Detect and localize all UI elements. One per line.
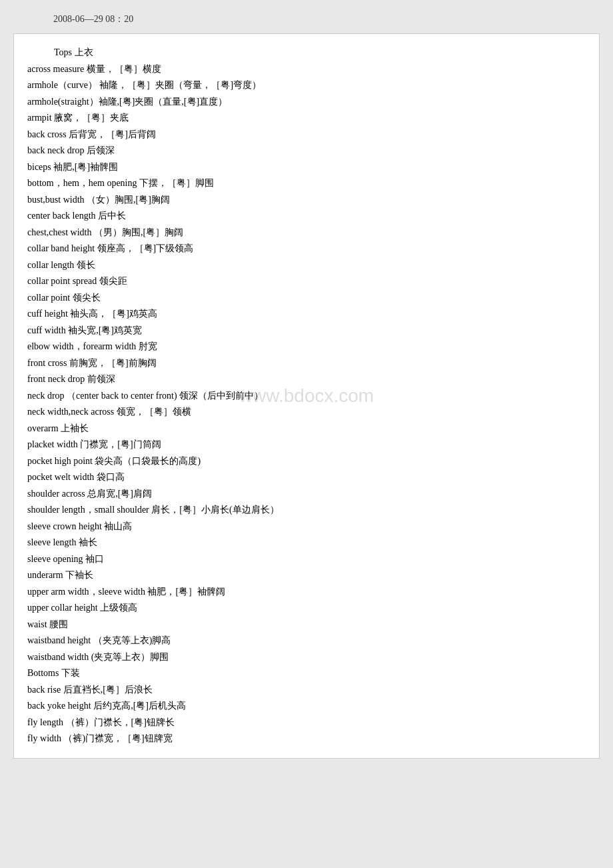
line-item: bust,bust width （女）胸围,[粤]胸阔 bbox=[27, 192, 586, 209]
line-item: waistband width (夹克等上衣）脚围 bbox=[27, 649, 586, 666]
line-item: underarm 下袖长 bbox=[27, 567, 586, 584]
line-item: collar length 领长 bbox=[27, 257, 586, 274]
line-item: pocket welt width 袋口高 bbox=[27, 469, 586, 486]
line-item: back yoke height 后约克高,[粤]后机头高 bbox=[27, 698, 586, 715]
line-item: collar band height 领座高，［粤]下级领高 bbox=[27, 241, 586, 257]
line-item: fly width （裤)门襟宽，［粤]钮牌宽 bbox=[27, 731, 586, 747]
line-item: bottom，hem，hem opening 下摆，［粤］脚围 bbox=[27, 175, 586, 192]
line-item: neck width,neck across 领宽，［粤］领横 bbox=[27, 404, 586, 421]
line-item: fly length （裤）门襟长，[粤]钮牌长 bbox=[27, 715, 586, 731]
line-item: overarm 上袖长 bbox=[27, 421, 586, 437]
line-item: sleeve length 袖长 bbox=[27, 535, 586, 551]
line-item: front neck drop 前领深 bbox=[27, 371, 586, 388]
line-item: back neck drop 后领深 bbox=[27, 143, 586, 159]
line-item: upper collar height 上级领高 bbox=[27, 600, 586, 617]
line-item: chest,chest width （男）胸围,[粤］胸阔 bbox=[27, 225, 586, 241]
line-item: shoulder length，small shoulder 肩长，[粤］小肩长… bbox=[27, 502, 586, 519]
line-item: front cross 前胸宽，［粤]前胸阔 bbox=[27, 355, 586, 372]
line-item: cuff height 袖头高，［粤]鸡英高 bbox=[27, 306, 586, 323]
line-item: center back length 后中长 bbox=[27, 208, 586, 225]
line-item: shoulder across 总肩宽,[粤]肩阔 bbox=[27, 486, 586, 503]
line-item: placket width 门襟宽，[粤]门筒阔 bbox=[27, 437, 586, 453]
line-item: Bottoms 下装 bbox=[27, 665, 586, 682]
line-item: armhole（curve） 袖隆，［粤］夹圈（弯量，［粤]弯度） bbox=[27, 77, 586, 94]
timestamp: 2008-06—29 08：20 bbox=[13, 13, 600, 25]
line-item: back rise 后直裆长,[粤］后浪长 bbox=[27, 682, 586, 699]
line-item: biceps 袖肥,[粤]袖髀围 bbox=[27, 159, 586, 176]
line-item: cuff width 袖头宽,[粤]鸡英宽 bbox=[27, 323, 586, 339]
line-item: upper arm width，sleeve width 袖肥，[粤］袖髀阔 bbox=[27, 584, 586, 601]
content-box: www.bdocx.com Tops 上衣across measure 横量，［… bbox=[13, 33, 600, 759]
line-item: pocket high point 袋尖高（口袋最长的高度) bbox=[27, 453, 586, 470]
line-item: elbow width，forearm width 肘宽 bbox=[27, 339, 586, 355]
line-item: back cross 后背宽，［粤]后背阔 bbox=[27, 127, 586, 143]
line-item: waist 腰围 bbox=[27, 617, 586, 633]
line-item: neck drop （center back to center front) … bbox=[27, 388, 586, 405]
line-item: armpit 腋窝，［粤］夹底 bbox=[27, 110, 586, 127]
line-item: across measure 横量，［粤］横度 bbox=[27, 61, 586, 78]
line-item: collar point 领尖长 bbox=[27, 290, 586, 307]
line-item: sleeve opening 袖口 bbox=[27, 551, 586, 568]
line-item: sleeve crown height 袖山高 bbox=[27, 519, 586, 535]
line-item: Tops 上衣 bbox=[27, 45, 586, 61]
line-item: waistband height （夹克等上衣)脚高 bbox=[27, 633, 586, 649]
line-item: collar point spread 领尖距 bbox=[27, 273, 586, 290]
line-item: armhole(straight）袖隆,[粤]夹圈（直量,[粤]直度） bbox=[27, 94, 586, 111]
